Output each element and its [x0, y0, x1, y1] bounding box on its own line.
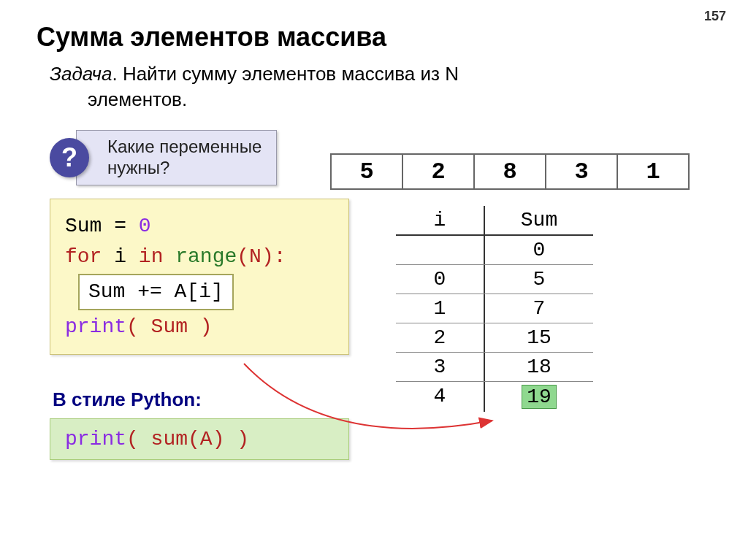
trace-cell-sum: 15 [484, 323, 593, 352]
trace-cell-sum: 7 [484, 294, 593, 323]
trace-cell-i: 4 [396, 382, 484, 412]
question-callout: ? Какие переменные нужны? [50, 130, 277, 185]
task-line2: элементов. [88, 87, 711, 112]
code-block-main: Sum = 0 for i in range(N): Sum += A[i] p… [50, 199, 349, 355]
code-token: print [65, 315, 126, 338]
trace-cell-i: 2 [396, 323, 484, 352]
trace-cell-i: 1 [396, 294, 484, 323]
question-line2: нужны? [107, 158, 169, 177]
code-line-4: print( Sum ) [65, 312, 334, 342]
task-line1: . Найти сумму элементов массива из N [112, 63, 458, 85]
array-cell: 2 [402, 153, 475, 190]
code-token: (N): [237, 245, 286, 268]
trace-cell-sum: 19 [484, 382, 593, 412]
code-token: ( Sum ) [126, 315, 213, 338]
trace-cell-sum: 5 [484, 265, 593, 294]
code-token: in [139, 245, 164, 268]
code-token: range [163, 245, 237, 268]
code-token: ( sum(A) ) [126, 428, 249, 450]
code-line-1: Sum = 0 [65, 211, 334, 242]
trace-header-i: i [396, 206, 484, 234]
trace-row: 2 15 [396, 323, 593, 353]
page-title: Сумма элементов массива [37, 22, 711, 53]
trace-header: i Sum [396, 206, 593, 236]
trace-row: 4 19 [396, 382, 593, 412]
code-token: i [102, 245, 138, 268]
code-line-2: for i in range(N): [65, 242, 334, 272]
trace-cell-sum: 18 [484, 353, 593, 381]
code-token: for [65, 245, 102, 268]
code-line-3-box: Sum += A[i] [78, 274, 234, 310]
trace-cell-i: 3 [396, 353, 484, 381]
trace-row: 0 [396, 236, 593, 265]
trace-cell-sum: 0 [484, 236, 593, 264]
page-number: 157 [704, 9, 726, 24]
question-line1: Какие переменные [107, 137, 262, 156]
result-highlight: 19 [522, 385, 557, 409]
array-cell: 1 [617, 153, 690, 190]
trace-row: 3 18 [396, 353, 593, 382]
array-display: 5 2 8 3 1 [332, 153, 690, 190]
array-cell: 5 [330, 153, 403, 190]
trace-cell-i [396, 236, 484, 264]
trace-table: i Sum 0 0 5 1 7 2 15 3 18 4 19 [396, 206, 593, 412]
trace-cell-i: 0 [396, 265, 484, 294]
code-token: print [65, 428, 126, 450]
code-token: Sum = [65, 215, 139, 237]
task-prefix: Задача [50, 63, 112, 85]
code-token: 0 [139, 215, 151, 237]
question-mark-icon: ? [50, 138, 89, 177]
array-cell: 8 [473, 153, 546, 190]
trace-row: 1 7 [396, 294, 593, 323]
code-block-python: print( sum(A) ) [50, 418, 349, 460]
trace-row: 0 5 [396, 265, 593, 294]
trace-header-sum: Sum [484, 206, 593, 234]
question-text: Какие переменные нужны? [76, 130, 277, 185]
array-cell: 3 [545, 153, 618, 190]
python-style-label: В стиле Python: [53, 388, 711, 411]
task-description: Задача. Найти сумму элементов массива из… [50, 61, 711, 112]
